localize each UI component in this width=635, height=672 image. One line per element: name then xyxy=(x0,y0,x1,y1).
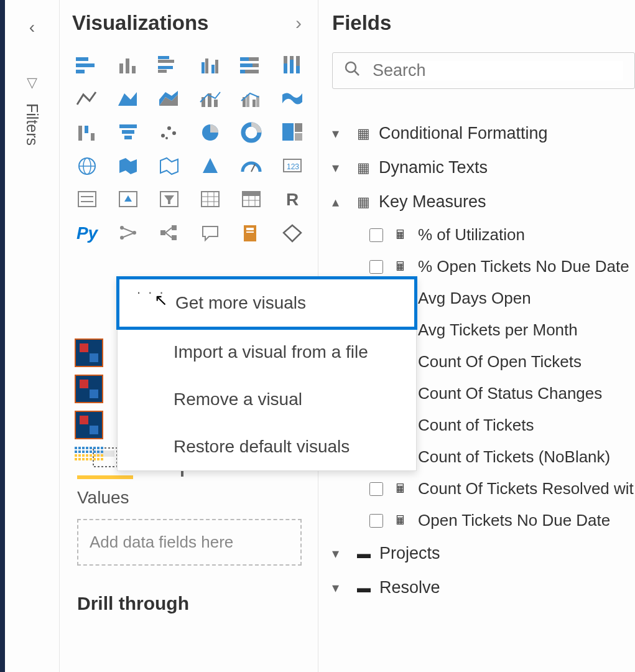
waterfall-icon[interactable] xyxy=(73,121,101,144)
table-dynamic-texts[interactable]: ▾ ▦ Dynamic Texts xyxy=(332,151,635,185)
svg-rect-85 xyxy=(244,225,256,241)
map-icon[interactable] xyxy=(73,154,101,178)
svg-rect-19 xyxy=(240,70,245,73)
field-pct-utilization[interactable]: 🖩% of Utilization xyxy=(369,219,635,251)
search-icon xyxy=(344,60,360,81)
svg-rect-71 xyxy=(243,192,260,196)
svg-marker-26 xyxy=(118,92,137,106)
svg-line-83 xyxy=(165,228,172,233)
svg-rect-17 xyxy=(240,63,253,67)
measure-icon: 🖩 xyxy=(394,513,407,528)
python-visual-icon[interactable]: Py xyxy=(73,222,101,245)
search-input[interactable] xyxy=(373,61,623,80)
field-checkbox[interactable] xyxy=(369,514,383,528)
values-fieldwell[interactable]: Add data fields here xyxy=(77,519,302,566)
svg-rect-12 xyxy=(211,65,215,73)
fields-search[interactable] xyxy=(332,52,635,89)
menu-import-visual-file[interactable]: Import a visual from a file xyxy=(118,329,416,376)
field-checkbox[interactable] xyxy=(369,482,383,496)
svg-rect-1 xyxy=(76,63,95,67)
area-chart-icon[interactable] xyxy=(114,87,142,111)
clustered-bar-icon[interactable] xyxy=(155,54,183,77)
ribbon-chart-icon[interactable] xyxy=(279,87,306,111)
menu-remove-visual[interactable]: Remove a visual xyxy=(118,376,416,423)
table-icon: ▦ xyxy=(357,160,370,176)
pie-chart-icon[interactable] xyxy=(197,121,224,144)
svg-rect-39 xyxy=(119,124,137,128)
custom-visual-1-icon[interactable] xyxy=(75,338,103,367)
svg-marker-54 xyxy=(203,158,218,173)
table-key-measures[interactable]: ▴ ▦ Key Measures xyxy=(332,185,635,219)
folder-icon: ▬ xyxy=(357,546,371,562)
field-count-tickets-resolved[interactable]: 🖩Count Of Tickets Resolved wit xyxy=(369,473,635,505)
qna-icon[interactable] xyxy=(197,222,224,245)
matrix-icon[interactable] xyxy=(238,188,265,212)
multirow-card-icon[interactable] xyxy=(73,188,101,212)
field-checkbox[interactable] xyxy=(369,228,383,242)
card-icon[interactable]: 123 xyxy=(279,154,306,178)
chevron-down-icon: ▾ xyxy=(332,546,348,562)
stacked-bar-icon[interactable] xyxy=(73,54,101,77)
line-chart-icon[interactable] xyxy=(73,87,101,111)
hundred-stacked-column-icon[interactable] xyxy=(279,54,306,77)
table-icon[interactable] xyxy=(197,188,224,212)
decomposition-tree-icon[interactable] xyxy=(155,222,183,245)
field-checkbox[interactable] xyxy=(369,260,383,274)
kpi-icon[interactable] xyxy=(114,188,142,212)
svg-rect-13 xyxy=(215,60,218,73)
hundred-stacked-bar-icon[interactable] xyxy=(238,54,265,77)
custom-visual-2-icon[interactable] xyxy=(75,375,103,403)
filters-label[interactable]: Filters xyxy=(23,103,41,146)
stacked-column-icon[interactable] xyxy=(114,54,142,77)
svg-marker-64 xyxy=(164,195,174,204)
custom-visual-3-icon[interactable] xyxy=(75,411,103,439)
arcgis-icon[interactable] xyxy=(279,222,306,245)
drill-through-label: Drill through xyxy=(77,593,313,614)
field-open-tickets-no-due[interactable]: 🖩Open Tickets No Due Date xyxy=(369,505,635,536)
key-influencers-icon[interactable] xyxy=(114,222,142,245)
stacked-area-icon[interactable] xyxy=(155,87,183,111)
svg-line-94 xyxy=(355,71,359,75)
menu-restore-default-visuals[interactable]: Restore default visuals xyxy=(118,423,416,470)
clustered-column-icon[interactable] xyxy=(197,54,224,77)
gauge-icon[interactable] xyxy=(238,154,265,178)
collapse-chevron-icon[interactable]: ‹ xyxy=(29,17,35,37)
expand-chevron-icon[interactable]: › xyxy=(295,12,302,34)
svg-rect-37 xyxy=(85,126,88,133)
svg-marker-88 xyxy=(284,225,301,241)
custom-visual-4-icon[interactable] xyxy=(75,447,103,472)
svg-rect-65 xyxy=(202,192,219,207)
svg-text:123: 123 xyxy=(287,162,299,171)
svg-point-45 xyxy=(165,137,168,139)
svg-rect-38 xyxy=(91,133,95,141)
chevron-up-icon: ▴ xyxy=(332,194,348,210)
slicer-icon[interactable] xyxy=(155,188,183,212)
svg-rect-4 xyxy=(126,58,129,73)
values-label: Values xyxy=(77,488,313,508)
treemap-icon[interactable] xyxy=(279,121,306,144)
svg-rect-6 xyxy=(158,56,169,59)
svg-rect-48 xyxy=(282,123,294,141)
filled-map-icon[interactable] xyxy=(114,154,142,178)
table-resolve[interactable]: ▾ ▬ Resolve xyxy=(332,571,635,605)
r-visual-icon[interactable]: R xyxy=(279,188,306,212)
scatter-icon[interactable] xyxy=(155,121,183,144)
shape-map-icon[interactable] xyxy=(155,154,183,178)
funnel-chart-icon[interactable] xyxy=(114,121,142,144)
line-stacked-column-icon[interactable] xyxy=(197,87,224,111)
table-icon: ▦ xyxy=(357,194,370,210)
svg-rect-36 xyxy=(78,126,82,141)
paginated-report-icon[interactable] xyxy=(238,222,265,245)
table-conditional-formatting[interactable]: ▾ ▦ Conditional Formatting xyxy=(332,116,635,151)
line-clustered-column-icon[interactable] xyxy=(238,87,265,111)
menu-get-more-visuals[interactable]: · · · ↖ Get more visuals xyxy=(116,276,417,330)
table-projects[interactable]: ▾ ▬ Projects xyxy=(332,536,635,571)
svg-marker-62 xyxy=(124,195,132,202)
svg-rect-9 xyxy=(158,70,167,73)
donut-chart-icon[interactable] xyxy=(238,121,265,144)
svg-rect-86 xyxy=(246,228,254,230)
azure-map-icon[interactable] xyxy=(197,154,224,178)
svg-rect-5 xyxy=(132,66,136,73)
svg-rect-34 xyxy=(253,100,256,107)
svg-point-93 xyxy=(346,62,356,72)
